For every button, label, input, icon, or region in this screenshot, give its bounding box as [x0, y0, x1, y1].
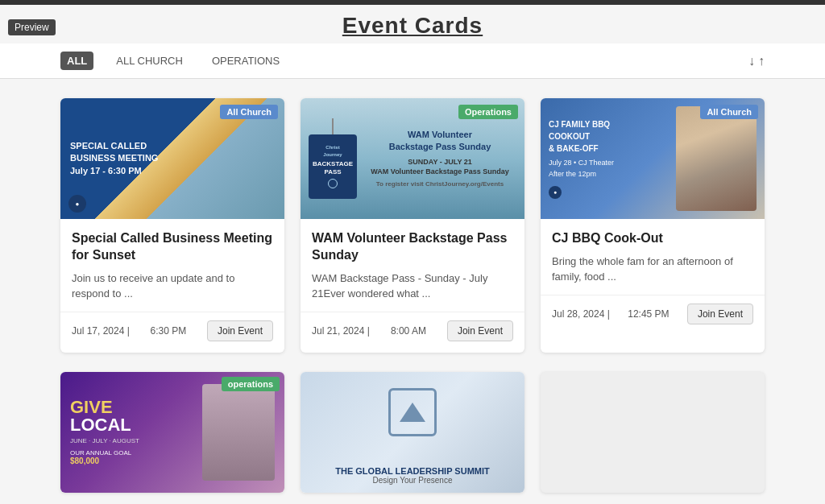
card-title-3: CJ BBQ Cook-Out [552, 230, 753, 247]
lanyard-card: Christ Journey BACKSTAGEPASS [309, 134, 357, 199]
category-badge-2: Operations [458, 105, 518, 119]
cards-grid: SPECIAL CALLED BUSINESS MEETING July 17 … [0, 79, 825, 372]
card-title-1: Special Called Business Meeting for Suns… [72, 230, 273, 264]
card-desc-3: Bring the whole fam for an afternoon of … [552, 254, 753, 285]
join-button-1[interactable]: Join Event [207, 320, 273, 341]
card-date-3: Jul 28, 2024 | [552, 308, 610, 320]
card-time-3: 12:45 PM [628, 308, 669, 320]
summit-title: THE GLOBAL LEADERSHIP SUMMIT [335, 466, 490, 476]
filter-tabs: ALL ALL CHURCH OPERATIONS [60, 52, 286, 70]
summit-icon [388, 388, 437, 436]
filter-bar: ALL ALL CHURCH OPERATIONS ↓ ↑ [0, 43, 825, 79]
card-img-text-1: SPECIAL CALLED BUSINESS MEETING July 17 … [70, 140, 158, 177]
sort-down-icon[interactable]: ↓ [748, 54, 755, 68]
bottom-card-1: GIVE LOCAL JUNE · JULY · AUGUST OUR ANNU… [60, 372, 284, 493]
card-desc-1: Join us to receive an update and to resp… [72, 271, 273, 302]
card-title-2: WAM Volunteer Backstage Pass Sunday [312, 230, 513, 264]
bottom-cards-row: GIVE LOCAL JUNE · JULY · AUGUST OUR ANNU… [0, 372, 825, 504]
filter-tab-operations[interactable]: OPERATIONS [205, 52, 286, 70]
category-badge-1: All Church [220, 105, 278, 119]
join-button-3[interactable]: Join Event [687, 304, 753, 324]
event-card-3: CJ FAMILY BBQ COOKOUT & BAKE-OFF July 28… [541, 98, 765, 353]
filter-tab-all[interactable]: ALL [60, 52, 93, 70]
card-img-text-2: WAM Volunteer Backstage Pass Sunday SUND… [357, 129, 516, 188]
event-card-2: Christ Journey BACKSTAGEPASS WAM Volunte… [301, 98, 524, 353]
card-logo-1 [68, 195, 86, 213]
card-image-1: SPECIAL CALLED BUSINESS MEETING July 17 … [60, 98, 284, 219]
category-badge-3: All Church [700, 105, 758, 119]
card-time-1: 6:30 PM [151, 325, 187, 337]
page-title: Event Cards [0, 13, 825, 39]
card-date-2: Jul 21, 2024 | [312, 325, 370, 337]
card-time-2: 8:00 AM [391, 325, 426, 337]
card-img-text-3: CJ FAMILY BBQ COOKOUT & BAKE-OFF July 28… [549, 118, 614, 199]
card-date-1: Jul 17, 2024 | [72, 325, 130, 337]
join-button-2[interactable]: Join Event [447, 320, 513, 341]
card-footer-1: Jul 17, 2024 | 6:30 PM Join Event [60, 312, 284, 353]
card-image-2: Christ Journey BACKSTAGEPASS WAM Volunte… [301, 98, 524, 219]
give-local-text: GIVE LOCAL JUNE · JULY · AUGUST OUR ANNU… [70, 399, 139, 465]
card-footer-2: Jul 21, 2024 | 8:00 AM Join Event [301, 312, 524, 353]
title-area: Preview Event Cards [0, 5, 825, 43]
card-body-1: Special Called Business Meeting for Suns… [60, 219, 284, 302]
bottom-card-2: THE GLOBAL LEADERSHIP SUMMIT Design Your… [301, 372, 524, 493]
summit-subtitle: Design Your Presence [373, 476, 453, 485]
sort-icons[interactable]: ↓ ↑ [748, 54, 765, 68]
page-wrapper: Preview Event Cards ALL ALL CHURCH OPERA… [0, 0, 825, 504]
give-local-photo [202, 384, 275, 481]
bottom-card-3 [541, 372, 765, 493]
card-footer-3: Jul 28, 2024 | 12:45 PM Join Event [541, 295, 765, 336]
preview-badge: Preview [8, 19, 56, 35]
sort-up-icon[interactable]: ↑ [758, 54, 765, 68]
card-body-3: CJ BBQ Cook-Out Bring the whole fam for … [541, 219, 765, 285]
bottom-badge-1: operations [222, 377, 280, 391]
event-card-1: SPECIAL CALLED BUSINESS MEETING July 17 … [60, 98, 284, 353]
card-desc-2: WAM Backstage Pass - Sunday - July 21Eve… [312, 271, 513, 302]
card-image-3: CJ FAMILY BBQ COOKOUT & BAKE-OFF July 28… [541, 98, 765, 219]
filter-tab-allchurch[interactable]: ALL CHURCH [110, 52, 189, 70]
card-body-2: WAM Volunteer Backstage Pass Sunday WAM … [301, 219, 524, 302]
card-img-photo-3 [676, 106, 757, 211]
